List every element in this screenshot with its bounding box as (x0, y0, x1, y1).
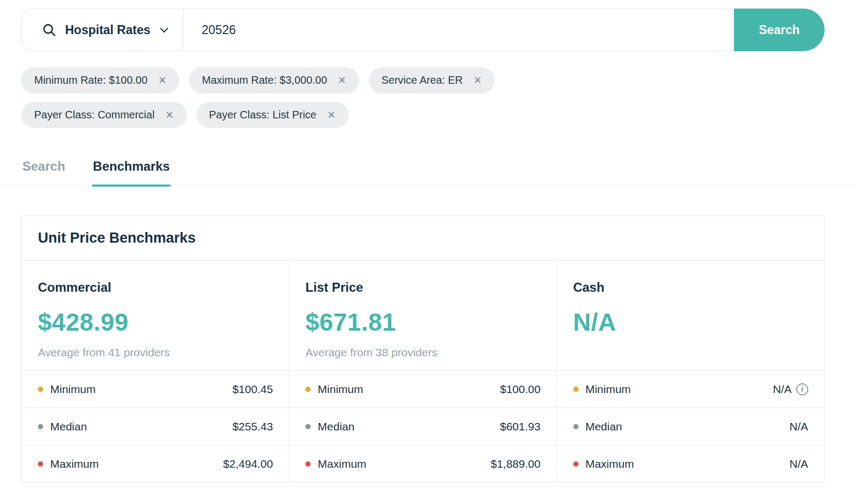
stat-row-median: Median $601.93 (289, 407, 556, 445)
chevron-down-icon (160, 24, 168, 33)
stat-label: Maximum (318, 458, 366, 470)
category-dropdown[interactable]: Hospital Rates (22, 9, 183, 51)
remove-filter-icon[interactable]: ✕ (338, 75, 346, 85)
stat-row-maximum: Maximum N/A (557, 445, 824, 482)
column-headline-value: $671.81 (305, 308, 540, 337)
search-button[interactable]: Search (734, 9, 825, 51)
card-body: Commercial $428.99 Average from 41 provi… (22, 261, 824, 482)
maximum-dot-icon (305, 461, 311, 467)
filter-chip: Minimum Rate: $100.00 ✕ (21, 67, 179, 93)
stat-row-minimum: Minimum N/A i (557, 370, 824, 407)
maximum-dot-icon (38, 461, 43, 467)
filter-chip-label: Service Area: ER (382, 74, 463, 86)
column-name: List Price (305, 280, 540, 295)
stat-label: Maximum (586, 458, 634, 470)
column-head: Commercial $428.99 Average from 41 provi… (22, 261, 289, 370)
stat-value: $100.00 (500, 383, 541, 396)
filter-chip-label: Minimum Rate: $100.00 (34, 74, 147, 86)
stat-row-maximum: Maximum $1,889.00 (289, 445, 556, 482)
stat-label: Minimum (586, 383, 631, 396)
column-name: Commercial (38, 280, 273, 295)
filter-chip-label: Payer Class: Commercial (34, 109, 155, 121)
card-title: Unit Price Benchmarks (22, 216, 824, 261)
filter-chips: Minimum Rate: $100.00 ✕ Maximum Rate: $3… (21, 67, 608, 128)
stat-row-median: Median $255.43 (22, 407, 289, 445)
column-subtitle: Average from 38 providers (305, 346, 540, 359)
maximum-dot-icon (573, 461, 579, 467)
stat-label: Maximum (50, 458, 99, 470)
tab-search[interactable]: Search (21, 155, 66, 186)
stat-value: N/A (789, 458, 808, 470)
median-dot-icon (573, 424, 579, 429)
column-headline-value: N/A (573, 308, 808, 337)
filter-chip: Payer Class: List Price ✕ (196, 102, 349, 128)
column-name: Cash (573, 280, 808, 295)
minimum-dot-icon (305, 387, 311, 392)
column-headline-value: $428.99 (38, 308, 273, 337)
filter-chip-label: Maximum Rate: $3,000.00 (202, 74, 327, 86)
stat-label: Minimum (50, 383, 96, 396)
median-dot-icon (38, 424, 43, 429)
remove-filter-icon[interactable]: ✕ (327, 110, 336, 120)
stat-value: N/A (789, 420, 808, 433)
stat-value: $1,889.00 (491, 458, 540, 470)
stat-value: $601.93 (500, 420, 541, 433)
remove-filter-icon[interactable]: ✕ (473, 75, 482, 85)
search-icon (42, 23, 57, 37)
tab-bar: Search Benchmarks (0, 155, 854, 186)
search-input[interactable] (184, 23, 734, 37)
stat-label: Median (50, 420, 87, 433)
stat-value: N/A (773, 383, 792, 396)
stat-label: Median (318, 420, 354, 433)
column-subtitle: Average from 41 providers (38, 346, 273, 359)
benchmark-column-commercial: Commercial $428.99 Average from 41 provi… (22, 261, 289, 482)
benchmark-column-list-price: List Price $671.81 Average from 38 provi… (289, 261, 556, 482)
filter-chip: Payer Class: Commercial ✕ (21, 102, 187, 128)
filter-chip: Maximum Rate: $3,000.00 ✕ (189, 67, 359, 93)
info-icon[interactable]: i (796, 383, 808, 395)
benchmark-column-cash: Cash N/A Minimum N/A i Median N/A Maxi (557, 261, 824, 482)
stat-label: Median (586, 420, 622, 433)
filter-chip: Service Area: ER ✕ (369, 67, 495, 93)
search-bar: Hospital Rates Search (21, 9, 825, 51)
stat-row-maximum: Maximum $2,494.00 (22, 445, 289, 482)
search-box: Hospital Rates (21, 9, 734, 51)
remove-filter-icon[interactable]: ✕ (165, 110, 174, 120)
tab-benchmarks[interactable]: Benchmarks (92, 155, 171, 186)
remove-filter-icon[interactable]: ✕ (158, 75, 167, 85)
benchmarks-card: Unit Price Benchmarks Commercial $428.99… (21, 215, 825, 483)
minimum-dot-icon (573, 387, 579, 392)
stat-row-median: Median N/A (557, 407, 824, 445)
column-head: List Price $671.81 Average from 38 provi… (289, 261, 556, 370)
minimum-dot-icon (38, 387, 43, 392)
stat-value: $255.43 (232, 420, 273, 433)
filter-chip-label: Payer Class: List Price (209, 109, 317, 121)
category-label: Hospital Rates (65, 23, 151, 37)
stat-value: $100.45 (232, 383, 273, 396)
stat-row-minimum: Minimum $100.45 (22, 370, 289, 407)
stat-row-minimum: Minimum $100.00 (289, 370, 556, 407)
stat-label: Minimum (318, 383, 363, 396)
stat-value: $2,494.00 (223, 458, 273, 470)
median-dot-icon (305, 424, 311, 429)
column-subtitle (573, 346, 808, 359)
column-head: Cash N/A (557, 261, 824, 370)
